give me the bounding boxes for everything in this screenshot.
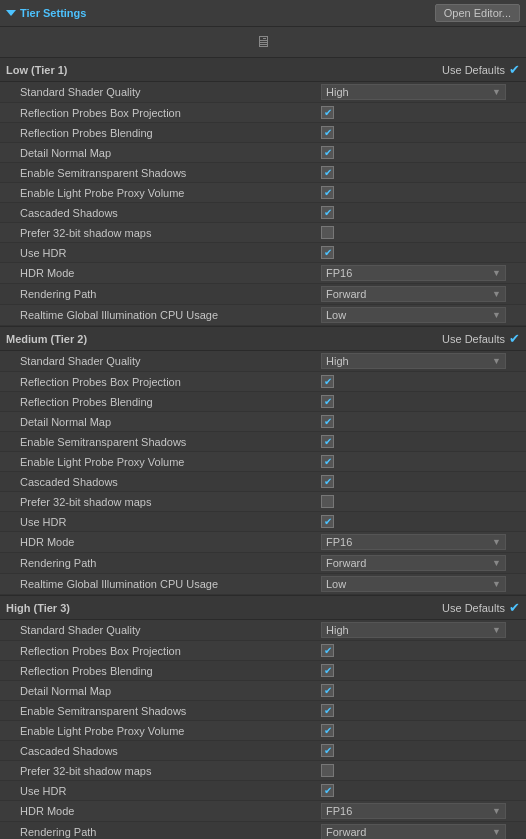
checkbox-tier2-1[interactable]: ✔ [321,375,334,388]
setting-label-tier3-10: Rendering Path [20,826,321,838]
checkbox-tier3-7[interactable] [321,764,334,777]
setting-label-tier2-2: Reflection Probes Blending [20,396,321,408]
setting-label-tier3-6: Cascaded Shadows [20,745,321,757]
dropdown-text-tier2-9: FP16 [326,536,352,548]
setting-value-tier2-10: Forward▼ [321,555,516,571]
setting-value-tier3-4: ✔ [321,704,516,717]
use-defaults-label-tier2: Use Defaults [442,333,505,345]
dropdown-arrow-tier2-9: ▼ [492,537,501,547]
dropdown-arrow-tier2-0: ▼ [492,356,501,366]
setting-row-tier2-2: Reflection Probes Blending✔ [0,392,526,412]
setting-row-tier1-8: Use HDR✔ [0,243,526,263]
checkbox-tier3-2[interactable]: ✔ [321,664,334,677]
setting-row-tier1-9: HDR ModeFP16▼ [0,263,526,284]
setting-row-tier2-8: Use HDR✔ [0,512,526,532]
checkbox-tier1-1[interactable]: ✔ [321,106,334,119]
setting-value-tier1-2: ✔ [321,126,516,139]
setting-row-tier1-0: Standard Shader QualityHigh▼ [0,82,526,103]
checkbox-tier3-3[interactable]: ✔ [321,684,334,697]
setting-value-tier3-3: ✔ [321,684,516,697]
header-title: Tier Settings [20,7,86,19]
setting-value-tier1-11: Low▼ [321,307,516,323]
dropdown-text-tier3-9: FP16 [326,805,352,817]
tier-title-tier3: High (Tier 3) [6,602,70,614]
setting-label-tier1-8: Use HDR [20,247,321,259]
dropdown-tier2-9[interactable]: FP16▼ [321,534,506,550]
setting-label-tier1-5: Enable Light Probe Proxy Volume [20,187,321,199]
setting-label-tier1-1: Reflection Probes Box Projection [20,107,321,119]
setting-value-tier2-6: ✔ [321,475,516,488]
setting-label-tier1-6: Cascaded Shadows [20,207,321,219]
dropdown-tier1-10[interactable]: Forward▼ [321,286,506,302]
setting-row-tier1-3: Detail Normal Map✔ [0,143,526,163]
setting-label-tier2-10: Rendering Path [20,557,321,569]
setting-label-tier1-9: HDR Mode [20,267,321,279]
setting-label-tier3-8: Use HDR [20,785,321,797]
checkbox-tier1-7[interactable] [321,226,334,239]
setting-label-tier3-9: HDR Mode [20,805,321,817]
tier-header-right-tier2: Use Defaults✔ [442,331,520,346]
setting-row-tier3-1: Reflection Probes Box Projection✔ [0,641,526,661]
checkbox-tier1-4[interactable]: ✔ [321,166,334,179]
setting-row-tier3-6: Cascaded Shadows✔ [0,741,526,761]
dropdown-text-tier2-10: Forward [326,557,366,569]
tier-section-tier3: High (Tier 3)Use Defaults✔Standard Shade… [0,596,526,839]
setting-label-tier3-7: Prefer 32-bit shadow maps [20,765,321,777]
tier-title-tier1: Low (Tier 1) [6,64,68,76]
open-editor-button[interactable]: Open Editor... [435,4,520,22]
checkbox-tier3-4[interactable]: ✔ [321,704,334,717]
dropdown-text-tier3-10: Forward [326,826,366,838]
setting-value-tier1-10: Forward▼ [321,286,516,302]
setting-label-tier2-11: Realtime Global Illumination CPU Usage [20,578,321,590]
setting-row-tier1-4: Enable Semitransparent Shadows✔ [0,163,526,183]
use-defaults-check-tier3[interactable]: ✔ [509,600,520,615]
dropdown-text-tier3-0: High [326,624,349,636]
setting-label-tier1-11: Realtime Global Illumination CPU Usage [20,309,321,321]
setting-value-tier2-7 [321,495,516,508]
setting-row-tier1-6: Cascaded Shadows✔ [0,203,526,223]
checkbox-tier1-8[interactable]: ✔ [321,246,334,259]
setting-row-tier2-4: Enable Semitransparent Shadows✔ [0,432,526,452]
dropdown-tier1-0[interactable]: High▼ [321,84,506,100]
checkbox-tier3-8[interactable]: ✔ [321,784,334,797]
use-defaults-label-tier1: Use Defaults [442,64,505,76]
checkbox-tier2-8[interactable]: ✔ [321,515,334,528]
checkbox-tier2-4[interactable]: ✔ [321,435,334,448]
checkbox-tier2-3[interactable]: ✔ [321,415,334,428]
setting-value-tier2-9: FP16▼ [321,534,516,550]
checkbox-tier2-7[interactable] [321,495,334,508]
setting-row-tier2-3: Detail Normal Map✔ [0,412,526,432]
checkbox-tier3-5[interactable]: ✔ [321,724,334,737]
setting-row-tier3-3: Detail Normal Map✔ [0,681,526,701]
use-defaults-label-tier3: Use Defaults [442,602,505,614]
checkbox-tier1-3[interactable]: ✔ [321,146,334,159]
checkbox-tier1-6[interactable]: ✔ [321,206,334,219]
setting-value-tier1-5: ✔ [321,186,516,199]
setting-value-tier3-6: ✔ [321,744,516,757]
setting-row-tier1-10: Rendering PathForward▼ [0,284,526,305]
checkbox-tier2-2[interactable]: ✔ [321,395,334,408]
setting-row-tier3-9: HDR ModeFP16▼ [0,801,526,822]
dropdown-tier2-0[interactable]: High▼ [321,353,506,369]
setting-row-tier1-11: Realtime Global Illumination CPU UsageLo… [0,305,526,326]
setting-label-tier2-0: Standard Shader Quality [20,355,321,367]
setting-label-tier2-6: Cascaded Shadows [20,476,321,488]
dropdown-tier2-10[interactable]: Forward▼ [321,555,506,571]
setting-row-tier1-5: Enable Light Probe Proxy Volume✔ [0,183,526,203]
checkbox-tier3-1[interactable]: ✔ [321,644,334,657]
checkbox-tier3-6[interactable]: ✔ [321,744,334,757]
setting-row-tier3-8: Use HDR✔ [0,781,526,801]
checkbox-tier2-5[interactable]: ✔ [321,455,334,468]
use-defaults-check-tier1[interactable]: ✔ [509,62,520,77]
header-title-group: Tier Settings [6,7,86,19]
dropdown-tier3-10[interactable]: Forward▼ [321,824,506,839]
dropdown-tier2-11[interactable]: Low▼ [321,576,506,592]
dropdown-tier3-0[interactable]: High▼ [321,622,506,638]
use-defaults-check-tier2[interactable]: ✔ [509,331,520,346]
checkbox-tier2-6[interactable]: ✔ [321,475,334,488]
dropdown-tier1-11[interactable]: Low▼ [321,307,506,323]
checkbox-tier1-2[interactable]: ✔ [321,126,334,139]
dropdown-tier1-9[interactable]: FP16▼ [321,265,506,281]
dropdown-tier3-9[interactable]: FP16▼ [321,803,506,819]
checkbox-tier1-5[interactable]: ✔ [321,186,334,199]
